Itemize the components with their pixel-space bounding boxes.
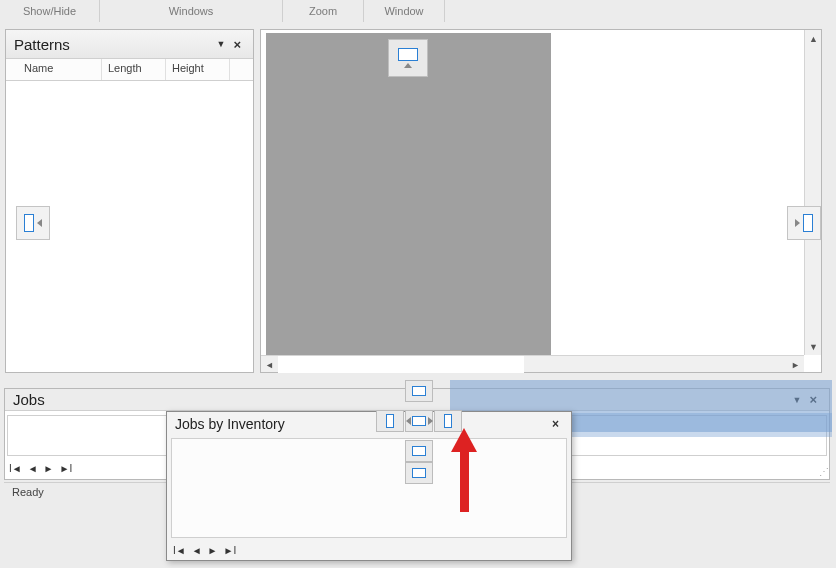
resize-grip-icon[interactable]: ⋰ xyxy=(819,466,827,477)
nav-next-icon[interactable]: ► xyxy=(44,463,54,474)
dock-target-right-icon[interactable] xyxy=(787,206,821,240)
float-nav-first-icon[interactable]: I◄ xyxy=(173,545,186,556)
patterns-dropdown-icon[interactable]: ▼ xyxy=(212,39,229,49)
float-title-text: Jobs by Inventory xyxy=(175,416,285,432)
scroll-right-icon[interactable]: ► xyxy=(787,356,804,373)
ribbon-group-windows: Windows xyxy=(100,0,283,22)
floating-panel-jobs-by-inventory[interactable]: Jobs by Inventory × I◄ ◄ ► ►I xyxy=(166,411,572,561)
ribbon-group-labels: Show/Hide Windows Zoom Window xyxy=(0,0,836,22)
status-text: Ready xyxy=(12,486,44,498)
main-canvas[interactable]: ▲ ▼ ◄ ► xyxy=(260,29,822,373)
col-name[interactable]: Name xyxy=(6,59,102,80)
patterns-titlebar[interactable]: Patterns ▼ × xyxy=(6,30,253,59)
nav-prev-icon[interactable]: ◄ xyxy=(28,463,38,474)
nav-first-icon[interactable]: I◄ xyxy=(9,463,22,474)
jobs-record-nav: I◄ ◄ ► ►I xyxy=(9,463,72,474)
canvas-content[interactable] xyxy=(266,33,551,355)
float-nav-next-icon[interactable]: ► xyxy=(208,545,218,556)
float-titlebar[interactable]: Jobs by Inventory × xyxy=(167,412,571,435)
vertical-scrollbar[interactable]: ▲ ▼ xyxy=(804,30,821,355)
patterns-close-icon[interactable]: × xyxy=(229,37,245,52)
float-record-nav: I◄ ◄ ► ►I xyxy=(173,545,236,556)
float-body[interactable] xyxy=(171,438,567,538)
patterns-panel: Patterns ▼ × Name Length Height xyxy=(5,29,254,373)
jobs-title-text: Jobs xyxy=(13,391,45,408)
float-close-icon[interactable]: × xyxy=(548,417,563,431)
patterns-table-header: Name Length Height xyxy=(6,59,253,81)
scroll-up-icon[interactable]: ▲ xyxy=(805,30,822,47)
annotation-arrow-icon xyxy=(452,428,476,512)
dock-target-left-icon[interactable] xyxy=(16,206,50,240)
dock-target-top-icon[interactable] xyxy=(388,39,428,77)
nav-last-icon[interactable]: ►I xyxy=(60,463,73,474)
patterns-title-text: Patterns xyxy=(14,36,70,53)
col-length[interactable]: Length xyxy=(102,59,166,80)
scroll-left-icon[interactable]: ◄ xyxy=(261,356,278,373)
ribbon-group-zoom: Zoom xyxy=(283,0,364,22)
ribbon-group-showhide: Show/Hide xyxy=(0,0,100,22)
horizontal-scrollbar[interactable]: ◄ ► xyxy=(261,355,804,372)
float-nav-last-icon[interactable]: ►I xyxy=(224,545,237,556)
ribbon-group-window: Window xyxy=(364,0,445,22)
scroll-down-icon[interactable]: ▼ xyxy=(805,338,822,355)
float-nav-prev-icon[interactable]: ◄ xyxy=(192,545,202,556)
col-height[interactable]: Height xyxy=(166,59,230,80)
